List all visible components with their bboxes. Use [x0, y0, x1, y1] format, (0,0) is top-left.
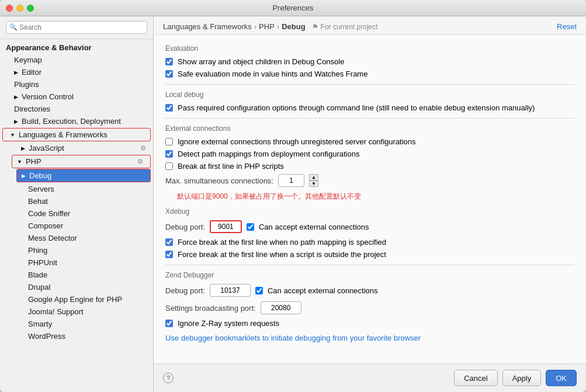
sidebar-item-label: Blade [28, 270, 47, 279]
sidebar-item-phing[interactable]: Phing [0, 244, 153, 256]
external-connections-title: External connections [165, 124, 574, 133]
check2-input[interactable] [165, 70, 173, 78]
breadcrumb-part1: Languages & Frameworks [163, 22, 252, 31]
arrow-icon: ▶ [14, 94, 18, 100]
content-body: Evaluation Show array and object childre… [154, 35, 586, 363]
sidebar-item-editor[interactable]: ▶ Editor [0, 66, 153, 78]
checkbox-row-9: Force break at the first line when a scr… [165, 250, 574, 259]
maximize-button[interactable] [27, 5, 34, 12]
stepper-down[interactable]: ▼ [309, 181, 318, 187]
sidebar-item-label: Phing [28, 246, 47, 255]
stepper: ▲ ▼ [309, 174, 318, 187]
sidebar-item-google-app-engine[interactable]: Google App Engine for PHP [0, 293, 153, 306]
sidebar-item-composer[interactable]: Composer [0, 220, 153, 232]
sidebar-item-wordpress[interactable]: WordPress [0, 330, 153, 342]
sidebar: 🔍 Appearance & Behavior Keymap ▶ Editor … [0, 16, 154, 392]
sidebar-item-directories[interactable]: Directories [0, 103, 153, 115]
sidebar-item-label: Keymap [14, 55, 42, 64]
sidebar-item-php[interactable]: ▼ PHP ⚙ [12, 155, 150, 168]
minimize-button[interactable] [16, 5, 23, 12]
main-body: 🔍 Appearance & Behavior Keymap ▶ Editor … [0, 16, 586, 392]
check6-label: Break at first line in PHP scripts [178, 162, 284, 171]
sidebar-item-behat[interactable]: Behat [0, 195, 153, 207]
content-area: Languages & Frameworks › PHP › Debug ⚑ F… [154, 16, 586, 392]
check3-input[interactable] [165, 104, 173, 112]
sidebar-item-debug[interactable]: ▶ Debug [17, 169, 150, 182]
ok-button[interactable]: OK [546, 370, 577, 386]
debugger-link[interactable]: Use debugger bookmarklets to initiate de… [165, 334, 421, 342]
check1-input[interactable] [165, 58, 173, 65]
stepper-up[interactable]: ▲ [309, 174, 318, 181]
breadcrumb-tag: ⚑ For current project [312, 23, 377, 31]
sidebar-item-build[interactable]: ▶ Build, Execution, Deployment [0, 115, 153, 127]
zend-port-input[interactable] [210, 284, 251, 297]
check7-input[interactable] [247, 223, 254, 231]
preferences-window: Preferences 🔍 Appearance & Behavior Keym… [0, 0, 586, 392]
cancel-button[interactable]: Cancel [454, 370, 497, 386]
sidebar-item-label: Version Control [22, 92, 74, 101]
sidebar-item-version-control[interactable]: ▶ Version Control [0, 91, 153, 103]
sidebar-item-label: JavaScript [29, 144, 64, 152]
sidebar-item-label: Editor [22, 68, 41, 77]
check10-input[interactable] [165, 320, 173, 327]
zend-check-input[interactable] [255, 287, 263, 294]
check9-label: Force break at the first line when a scr… [178, 250, 386, 259]
sidebar-item-languages[interactable]: ▼ Languages & Frameworks [3, 129, 150, 141]
check6-input[interactable] [165, 162, 173, 170]
sidebar-item-mess-detector[interactable]: Mess Detector [0, 232, 153, 244]
sidebar-item-keymap[interactable]: Keymap [0, 54, 153, 66]
sidebar-item-blade[interactable]: Blade [0, 269, 153, 281]
reset-button[interactable]: Reset [557, 22, 577, 31]
annotation-text: 默认端口是9000，如果被占用了换一个。其他配置默认不变 [177, 192, 574, 202]
sidebar-item-javascript[interactable]: ▶ JavaScript ⚙ [0, 142, 153, 154]
sidebar-item-code-sniffer[interactable]: Code Sniffer [0, 207, 153, 220]
checkbox-row-1: Show array and object children in Debug … [165, 57, 574, 66]
max-label: Max. simultaneous connections: [165, 176, 273, 185]
check1-label: Show array and object children in Debug … [178, 57, 344, 66]
sidebar-item-label: Code Sniffer [28, 209, 70, 218]
settings-port-label: Settings broadcasting port: [165, 304, 256, 313]
sidebar-item-label: Behat [28, 197, 48, 206]
breadcrumb: Languages & Frameworks › PHP › Debug ⚑ F… [163, 22, 378, 31]
close-button[interactable] [6, 5, 13, 12]
sidebar-item-servers[interactable]: Servers [0, 183, 153, 195]
sidebar-item-label: Mess Detector [28, 234, 77, 242]
sidebar-item-joomla[interactable]: Joomla! Support [0, 306, 153, 318]
sidebar-content: Appearance & Behavior Keymap ▶ Editor Pl… [0, 39, 153, 392]
sidebar-item-label: Plugins [14, 80, 39, 89]
apply-button[interactable]: Apply [502, 370, 542, 386]
sidebar-item-label: Languages & Frameworks [19, 130, 108, 139]
debug-port-input[interactable] [210, 220, 242, 233]
check9-input[interactable] [165, 251, 173, 258]
arrow-icon: ▼ [17, 159, 22, 165]
footer: ? Cancel Apply OK [154, 363, 586, 392]
sidebar-item-appearance[interactable]: Appearance & Behavior [0, 41, 153, 54]
search-input[interactable] [6, 21, 147, 34]
breadcrumb-part2: PHP [259, 22, 275, 31]
local-debug-title: Local debug [165, 91, 574, 99]
xdebug-title: Xdebug [165, 207, 574, 216]
max-connections-input[interactable] [278, 174, 304, 187]
checkbox-row-3: Pass required configuration options thro… [165, 103, 574, 112]
checkbox-row-8: Force break at the first line when no pa… [165, 238, 574, 247]
sidebar-item-phpunit[interactable]: PHPUnit [0, 256, 153, 269]
check5-input[interactable] [165, 150, 173, 158]
help-button[interactable]: ? [163, 373, 174, 383]
sidebar-item-smarty[interactable]: Smarty [0, 318, 153, 330]
zend-port-label: Debug port: [165, 286, 205, 295]
sidebar-item-label: Directories [14, 105, 50, 113]
sidebar-item-label: PHPUnit [28, 258, 57, 267]
sidebar-item-plugins[interactable]: Plugins [0, 78, 153, 91]
sidebar-item-label: Debug [29, 171, 51, 180]
zend-check-label: Can accept external connections [268, 286, 378, 295]
sidebar-item-label: Google App Engine for PHP [28, 295, 122, 304]
checkbox-row-2: Safe evaluation mode in value hints and … [165, 70, 574, 78]
check4-input[interactable] [165, 138, 173, 145]
arrow-icon: ▶ [14, 119, 18, 124]
debug-port-label: Debug port: [165, 223, 205, 231]
check8-input[interactable] [165, 238, 173, 246]
sidebar-item-label: Drupal [28, 283, 50, 292]
sidebar-item-drupal[interactable]: Drupal [0, 281, 153, 293]
settings-port-input[interactable] [261, 301, 301, 314]
sidebar-item-label: Appearance & Behavior [6, 43, 92, 52]
